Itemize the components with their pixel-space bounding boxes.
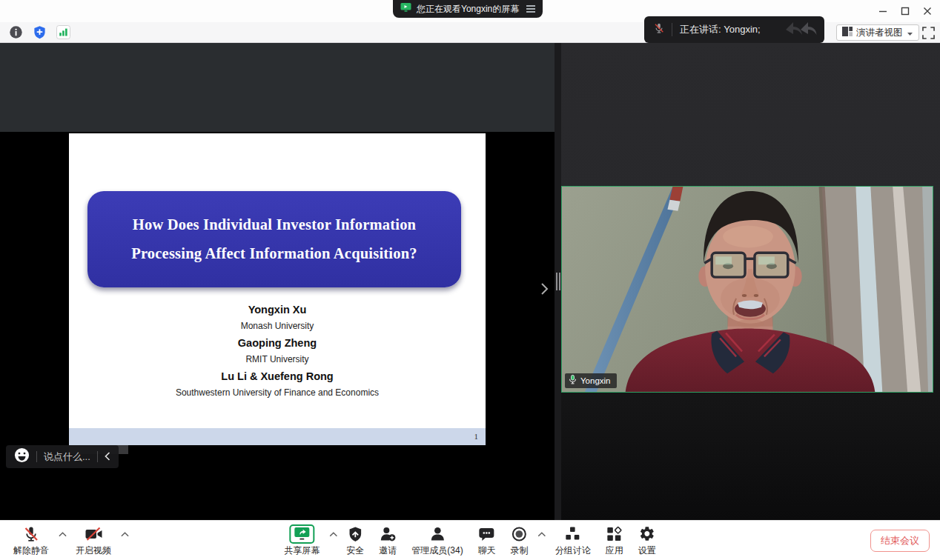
video-panel: Yongxin [561, 43, 940, 520]
share-screen-icon [289, 524, 314, 544]
restore-view-arrows-icon[interactable] [784, 20, 817, 39]
speaker-video-tile[interactable]: Yongxin [561, 186, 933, 393]
expand-panel-chevron-icon[interactable] [540, 281, 552, 296]
participants-icon [428, 524, 446, 544]
mic-muted-icon [22, 524, 40, 544]
shared-screen-letterbox [0, 43, 555, 132]
toolbar-label: 分组讨论 [555, 544, 591, 557]
apps-button[interactable]: 应用 [598, 524, 631, 557]
chat-button[interactable]: 聊天 [471, 524, 503, 557]
share-options-caret[interactable] [327, 524, 339, 537]
emoji-smiley-icon[interactable] [14, 447, 30, 466]
author-affiliation: RMIT University [69, 354, 486, 364]
apps-icon [606, 524, 623, 544]
chat-input-placeholder[interactable]: 说点什么... [44, 450, 90, 464]
slide-footer-strip: 1 [69, 428, 486, 445]
author-name: Gaoping Zheng [69, 337, 486, 349]
participant-name: Yongxin [580, 376, 611, 385]
fullscreen-icon[interactable] [921, 25, 936, 40]
encryption-shield-icon[interactable] [33, 25, 47, 42]
start-video-button[interactable]: 开启视频 [68, 524, 119, 557]
author-name: Yongxin Xu [69, 304, 486, 316]
mic-active-icon [569, 374, 577, 388]
author-affiliation: Southwestern University of Finance and E… [69, 387, 486, 398]
slide-page-number: 1 [474, 428, 479, 445]
toolbar-label: 录制 [511, 544, 529, 557]
speaker-view-label: 演讲者视图 [856, 27, 903, 39]
slide-authors: Yongxin Xu Monash University Gaoping Zhe… [69, 304, 486, 404]
toolbar-label: 邀请 [379, 544, 397, 557]
end-meeting-button[interactable]: 结束会议 [870, 530, 930, 552]
meeting-info-icon[interactable] [9, 25, 23, 42]
share-options-menu-icon[interactable] [526, 5, 535, 13]
watching-screen-label: 您正在观看Yongxin的屏幕 [417, 3, 519, 16]
participant-name-tag: Yongxin [565, 373, 617, 388]
toolbar-label: 设置 [638, 544, 656, 557]
toolbar-label: 管理成员(34) [411, 544, 463, 557]
network-signal-icon[interactable] [56, 25, 70, 42]
webcam-video [562, 187, 933, 392]
security-button[interactable]: 安全 [339, 524, 371, 557]
record-button[interactable]: 录制 [503, 524, 536, 557]
toolbar-label: 应用 [606, 544, 623, 557]
minimize-button[interactable] [872, 1, 894, 21]
settings-button[interactable]: 设置 [631, 524, 663, 557]
slide-title-line2: Processing Affect Information Acquisitio… [87, 239, 461, 268]
record-icon [511, 524, 529, 544]
author-affiliation: Monash University [69, 321, 486, 331]
toolbar-label: 开启视频 [76, 544, 111, 557]
screen-share-green-icon [400, 2, 411, 16]
unmute-button[interactable]: 解除静音 [6, 524, 56, 557]
security-shield-icon [347, 524, 363, 544]
panel-resize-handle[interactable] [555, 43, 561, 520]
toolbar-label: 解除静音 [13, 544, 49, 557]
presentation-slide: How Does Individual Investor Information… [69, 133, 486, 445]
collapse-chat-chevron-icon[interactable] [105, 450, 110, 464]
active-speaker-pill: 正在讲话: Yongxin; [644, 16, 824, 43]
video-options-caret[interactable] [119, 524, 130, 537]
slide-title-line1: How Does Individual Investor Information [87, 210, 461, 239]
mic-muted-small-icon [653, 21, 665, 38]
meeting-toolbar: 解除静音 开启视频 [0, 520, 940, 560]
toolbar-label: 共享屏幕 [284, 544, 320, 557]
breakout-rooms-button[interactable]: 分组讨论 [548, 524, 598, 557]
breakout-rooms-icon [564, 524, 582, 544]
maximize-button[interactable] [894, 1, 916, 21]
camera-off-icon [85, 524, 103, 544]
settings-gear-icon [638, 524, 655, 544]
meeting-content: How Does Individual Investor Information… [0, 43, 940, 520]
close-button[interactable] [916, 1, 939, 21]
invite-button[interactable]: 邀请 [371, 524, 404, 557]
share-screen-button[interactable]: 共享屏幕 [277, 524, 327, 557]
chevron-down-icon [907, 26, 913, 39]
record-options-caret[interactable] [536, 524, 548, 537]
quick-chat-bar: 说点什么... [6, 445, 119, 468]
meeting-window: 您正在观看Yongxin的屏幕 [0, 0, 940, 560]
watching-screen-pill: 您正在观看Yongxin的屏幕 [393, 0, 543, 18]
audio-options-caret[interactable] [56, 524, 68, 537]
invite-person-icon [379, 524, 397, 544]
view-layout-icon [842, 26, 853, 39]
toolbar-label: 聊天 [478, 544, 496, 557]
toolbar-label: 安全 [346, 544, 364, 557]
chat-bubble-icon [478, 524, 496, 544]
author-name: Lu Li & Xuefeng Rong [69, 370, 486, 382]
shared-screen-panel: How Does Individual Investor Information… [0, 43, 555, 520]
manage-participants-button[interactable]: 管理成员(34) [404, 524, 470, 557]
speaker-view-button[interactable]: 演讲者视图 [836, 24, 919, 41]
slide-title-box: How Does Individual Investor Information… [87, 191, 461, 287]
speaking-label: 正在讲话: Yongxin; [680, 23, 761, 36]
